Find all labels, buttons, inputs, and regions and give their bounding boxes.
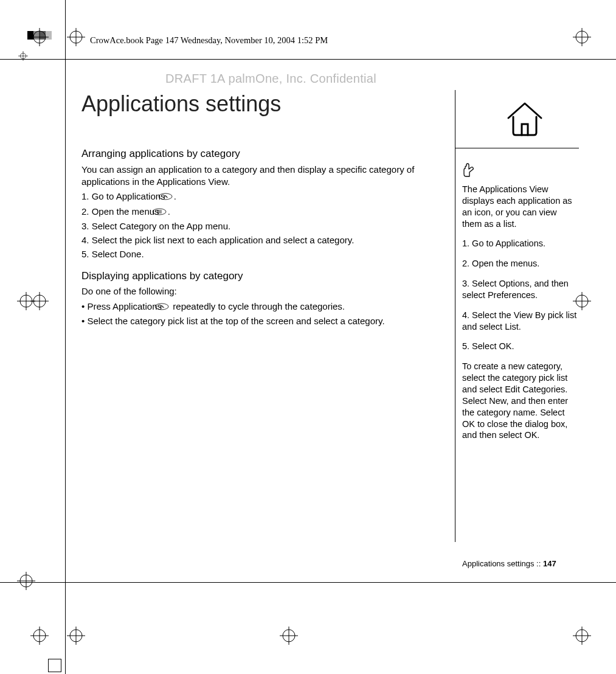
registration-mark-icon (30, 28, 49, 46)
sidebar-text: 1. Go to Applications. (462, 238, 578, 249)
sidebar-text: The Applications View displays each appl… (462, 184, 578, 229)
page: CrowAce.book Page 147 Wednesday, Novembe… (0, 0, 616, 674)
registration-mark-icon (573, 28, 591, 46)
home-large-icon (501, 97, 549, 142)
section-intro: You can assign an application to a categ… (81, 164, 437, 189)
sidebar-text: 4. Select the View By pick list and sele… (462, 310, 578, 333)
registration-mark-icon (573, 627, 591, 645)
registration-mark-icon (17, 572, 35, 590)
step-item: 1. Go to Applications . (81, 190, 437, 203)
registration-mark-icon (30, 627, 49, 645)
book-header-line: CrowAce.book Page 147 Wednesday, Novembe… (90, 35, 328, 46)
footer-label: Applications settings :: (462, 559, 543, 568)
sidebar-text: To create a new category, select the cat… (462, 361, 578, 441)
bullet-item: • Press Applications repeatedly to cycle… (81, 301, 437, 313)
home-key-icon (169, 191, 173, 203)
home-key-icon (165, 301, 169, 313)
ordered-steps: 1. Go to Applications . 2. Open the menu… (81, 190, 437, 260)
body-column: Arranging applications by category You c… (81, 147, 437, 336)
crop-rule-top (0, 59, 616, 60)
menu-key-icon (163, 206, 167, 218)
sidebar-text: 5. Select OK. (462, 341, 578, 352)
sidebar-text: 3. Select Options, and then select Prefe… (462, 278, 578, 301)
sidebar-divider (455, 90, 455, 542)
section-intro: Do one of the following: (81, 285, 437, 297)
registration-mark-icon (67, 627, 85, 645)
sidebar-column: The Applications View displays each appl… (462, 161, 578, 450)
page-title: Applications settings (81, 91, 281, 117)
small-box (48, 659, 61, 672)
registration-mark-icon (67, 28, 85, 46)
step-item: 5. Select Done. (81, 248, 437, 260)
step-item: 2. Open the menus . (81, 206, 437, 218)
page-footer: Applications settings :: 147 (462, 559, 556, 568)
page-number: 147 (543, 559, 556, 568)
crop-rule-bottom (0, 582, 616, 583)
crop-rule-vertical (65, 0, 66, 674)
bullet-list: • Press Applications repeatedly to cycle… (81, 301, 437, 327)
bullet-item: • Select the category pick list at the t… (81, 315, 437, 327)
section-heading: Displaying applications by category (81, 269, 437, 283)
sidebar-text: 2. Open the menus. (462, 258, 578, 269)
section-heading: Arranging applications by category (81, 147, 437, 161)
draft-watermark: DRAFT 1A palmOne, Inc. Confidential (165, 72, 376, 86)
step-item: 4. Select the pick list next to each app… (81, 234, 437, 246)
sidebar-top-divider (455, 148, 579, 148)
registration-mark-icon (17, 50, 29, 62)
step-item: 3. Select Category on the App menu. (81, 220, 437, 232)
registration-mark-icon (280, 627, 298, 645)
registration-mark-icon (17, 292, 35, 310)
